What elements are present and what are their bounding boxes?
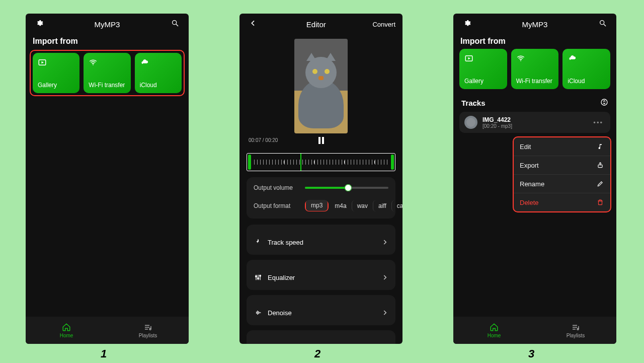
gallery-icon — [38, 58, 47, 67]
playlist-icon — [571, 323, 580, 332]
format-option-aiff[interactable]: aiff — [373, 200, 391, 211]
import-tile-label: Wi-Fi transfer — [516, 78, 556, 85]
settings-button[interactable] — [460, 19, 473, 29]
row-track-speed[interactable]: Track speed — [247, 225, 395, 255]
tabbar: Home Playlists — [453, 317, 616, 344]
settings-button[interactable] — [33, 19, 46, 29]
row-label: Denoise — [268, 309, 292, 317]
import-tile-wifi[interactable]: Wi-Fi transfer — [84, 53, 130, 93]
caption-3: 3 — [528, 347, 534, 360]
tab-label: Home — [488, 333, 501, 338]
tab-home[interactable]: Home — [453, 317, 535, 344]
import-tile-icloud[interactable]: iCloud — [562, 49, 610, 89]
convert-button[interactable]: Convert — [372, 21, 395, 28]
tab-label: Playlists — [567, 333, 585, 338]
menu-delete[interactable]: Delete — [514, 193, 610, 211]
app-title: MyMP3 — [46, 20, 169, 29]
pause-icon — [322, 137, 324, 144]
sort-button[interactable] — [600, 98, 608, 108]
track-thumbnail — [464, 116, 477, 129]
trim-handle-left[interactable] — [248, 155, 251, 170]
svg-line-26 — [604, 24, 606, 26]
format-picker: mp3 m4a wav aiff caf — [305, 200, 403, 211]
trim-handle-right[interactable] — [391, 155, 394, 170]
svg-point-29 — [520, 60, 521, 61]
tab-playlists[interactable]: Playlists — [107, 317, 189, 344]
tab-home[interactable]: Home — [26, 317, 107, 344]
wifi-icon — [89, 58, 98, 67]
menu-label: Delete — [520, 199, 539, 206]
output-format-label: Output format — [254, 202, 300, 209]
playback-time: 00:07 / 00:20 — [249, 137, 278, 143]
chevron-left-icon — [249, 19, 257, 27]
track-row[interactable]: IMG_4422 [00:20 - mp3] ••• — [459, 112, 610, 133]
import-tile-label: iCloud — [568, 78, 607, 85]
import-tile-gallery[interactable]: Gallery — [459, 49, 507, 89]
tab-playlists[interactable]: Playlists — [535, 317, 616, 344]
format-option-mp3[interactable]: mp3 — [306, 200, 328, 211]
import-tile-gallery[interactable]: Gallery — [33, 53, 79, 93]
search-icon — [171, 19, 179, 27]
home-icon — [62, 323, 71, 332]
search-button[interactable] — [596, 19, 609, 29]
menu-rename[interactable]: Rename — [514, 174, 610, 193]
import-tile-label: Wi-Fi transfer — [89, 82, 127, 89]
pause-icon — [318, 137, 320, 144]
search-icon — [599, 19, 607, 27]
svg-point-25 — [600, 21, 604, 25]
ellipsis-icon: ••• — [593, 119, 603, 126]
svg-marker-28 — [468, 57, 471, 60]
import-from-label: Import from — [453, 35, 616, 49]
format-option-wav[interactable]: wav — [352, 200, 373, 211]
trim-timeline[interactable] — [247, 153, 395, 171]
editor-title: Editor — [260, 20, 372, 29]
timeline-ticks — [254, 162, 388, 163]
tab-label: Playlists — [139, 333, 157, 338]
row-equalizer[interactable]: Equalizer — [247, 260, 395, 290]
import-tile-label: iCloud — [140, 82, 179, 89]
playhead[interactable] — [300, 154, 301, 171]
svg-point-15 — [260, 275, 261, 276]
topbar: Editor Convert — [239, 14, 403, 35]
track-more-button[interactable]: ••• — [593, 119, 605, 126]
video-thumbnail — [294, 39, 348, 133]
import-from-label: Import from — [26, 35, 189, 49]
menu-edit[interactable]: Edit — [514, 137, 610, 156]
track-meta: [00:20 - mp3] — [482, 123, 512, 129]
import-tile-icloud[interactable]: iCloud — [135, 53, 182, 93]
back-button[interactable] — [247, 19, 260, 29]
import-tile-wifi[interactable]: Wi-Fi transfer — [511, 49, 559, 89]
svg-point-0 — [173, 21, 177, 25]
speaker-icon — [254, 343, 263, 344]
menu-export[interactable]: Export — [514, 156, 610, 174]
svg-line-1 — [176, 24, 178, 26]
home-icon — [490, 323, 499, 332]
screenshot-1: MyMP3 Import from Gallery — [26, 14, 189, 344]
topbar: MyMP3 — [453, 14, 616, 35]
format-option-m4a[interactable]: m4a — [330, 200, 351, 211]
row-denoise[interactable]: Denoise — [247, 295, 395, 325]
search-button[interactable] — [169, 19, 182, 29]
trash-icon — [596, 198, 604, 206]
svg-point-13 — [256, 276, 257, 277]
share-icon — [596, 161, 604, 169]
slider-fill — [305, 187, 348, 189]
row-bass-boost[interactable]: Bass boost — [247, 330, 395, 344]
speed-icon — [254, 238, 263, 247]
menu-label: Rename — [520, 180, 544, 188]
svg-point-14 — [258, 278, 259, 279]
video-preview[interactable] — [239, 35, 403, 133]
screenshot-3: MyMP3 Import from Gallery Wi-Fi transfer — [453, 14, 616, 344]
tab-label: Home — [60, 333, 73, 338]
screenshot-2: Editor Convert 00:07 / 00:20 . — [239, 14, 403, 344]
slider-knob[interactable] — [345, 184, 352, 191]
caption-2: 2 — [314, 347, 320, 360]
wifi-icon — [516, 54, 525, 63]
gallery-icon — [464, 54, 473, 63]
format-option-caf[interactable]: caf — [391, 200, 403, 211]
app-title: MyMP3 — [473, 20, 596, 29]
tracks-label: Tracks — [461, 99, 486, 107]
caption-1: 1 — [101, 347, 107, 360]
pause-button[interactable] — [315, 135, 327, 146]
output-volume-slider[interactable] — [305, 187, 388, 189]
